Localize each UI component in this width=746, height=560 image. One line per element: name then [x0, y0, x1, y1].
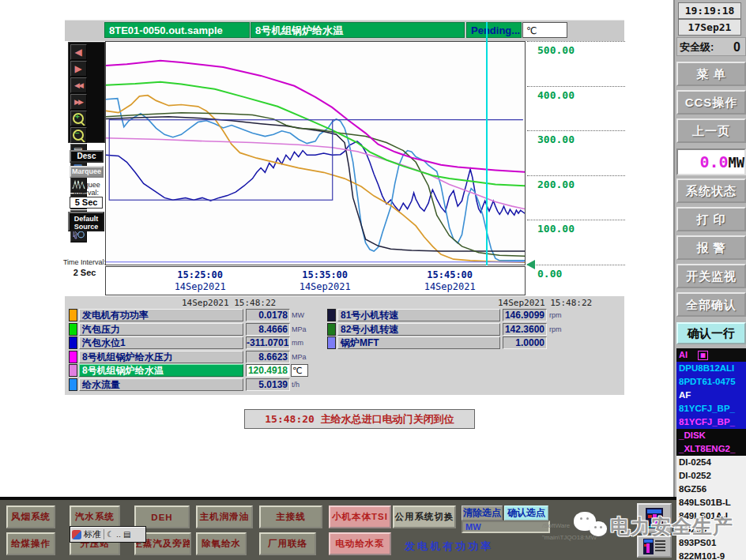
software-path-text: /SoftWare [542, 522, 570, 529]
alarm-item[interactable]: DPU8B12ALI [676, 362, 746, 375]
menu-button[interactable]: 上一页 [676, 118, 746, 143]
pen-color-swatch [69, 309, 77, 321]
alarm-item[interactable]: DI-0254 [676, 456, 746, 469]
menu-button[interactable]: 开关监视 [676, 264, 746, 288]
pen-unit-cell: mm [291, 336, 309, 349]
pen-unit-cell: MPa [291, 351, 309, 363]
ai-label: AI [679, 350, 688, 359]
nav-button[interactable]: 给煤操作 [6, 532, 55, 555]
nav-button[interactable]: 主接线 [259, 506, 322, 528]
alarm-message-box: 15:48:20 主给水总进口电动门关闭到位 [244, 409, 475, 429]
pen-name-cell[interactable]: 汽包水位1 [79, 336, 243, 349]
time-interval-value: 2 Sec [62, 268, 107, 277]
ime-punct-icon[interactable]: ‥ [116, 531, 121, 539]
alarm-items: DPU8B12ALI8PDT61-0475AF81YCFJ_BP_81YCFJ_… [676, 362, 746, 560]
panel-mini-icon[interactable]: ▦ [698, 351, 708, 360]
nav-button[interactable]: 主机润滑油 [196, 506, 253, 528]
alarm-item[interactable]: 81YCFJ_BP_ [676, 402, 746, 415]
point-input-field[interactable]: MW [462, 521, 550, 533]
menu-button[interactable]: 系统状态 [676, 179, 746, 203]
alarm-item[interactable]: 8GZ58 [676, 523, 746, 536]
menu-button[interactable]: CCS操作 [676, 90, 746, 115]
unit-load-display: 0.0MW [676, 148, 746, 175]
selection-box[interactable] [109, 120, 332, 201]
zoom-out-icon[interactable]: − [70, 127, 87, 143]
grid-dotline [527, 41, 625, 42]
marquee-interval-value[interactable]: 5 Sec [70, 197, 103, 209]
pen-name-cell[interactable]: 82号小机转速 [337, 323, 500, 336]
alarm-point-list: AI ▦ DPU8B12ALI8PDT61-0475AF81YCFJ_BP_81… [676, 348, 746, 560]
main-path-text: "main\TJQO18:MW" [542, 534, 599, 541]
desc-button[interactable]: Desc [70, 150, 104, 163]
y-tick-label: 300.00 [537, 133, 575, 145]
trend-display-button[interactable] [637, 503, 672, 533]
nav-button[interactable]: 电动给水泵 [329, 532, 391, 555]
zoom-in-icon[interactable]: + [70, 111, 87, 126]
pen-unit-cell: t/h [291, 378, 309, 391]
footer-timestamp-right: 14Sep2021 15:48:22 [498, 298, 592, 308]
alarm-item[interactable]: _XLT8ENG2_ [676, 442, 746, 456]
menu-button[interactable]: 打 印 [676, 207, 746, 231]
fast-forward-icon[interactable]: ▶▶ [70, 94, 87, 110]
alarm-item[interactable]: _DISK [676, 429, 746, 442]
alarm-item[interactable]: 849LS01A-L [676, 509, 746, 523]
pen-name-cell[interactable]: 汽包压力 [79, 323, 243, 336]
pen-unit-cell [548, 336, 567, 349]
ime-toolbar[interactable]: 标准 ☾ ‥ ▤ [70, 526, 146, 543]
nav-button[interactable]: 小机本体TSI [329, 506, 391, 528]
menu-button[interactable]: 菜 单 [676, 62, 746, 86]
pen-name-cell[interactable]: 8号机组锅炉给水温 [79, 364, 243, 377]
pen-name-cell[interactable]: 8号机组锅炉给水压力 [79, 351, 243, 363]
ime-keyboard-icon[interactable]: ▤ [123, 530, 130, 539]
chart-cursor-line[interactable] [486, 22, 488, 265]
pen-name-cell[interactable]: 81号小机转速 [337, 309, 500, 321]
nav-button[interactable]: 风烟系统 [6, 506, 55, 528]
trend-list-button[interactable] [637, 536, 672, 558]
pen-name-cell[interactable]: 给水流量 [79, 378, 243, 391]
fast-back-icon[interactable]: ◀◀ [70, 77, 87, 93]
pen-name-cell[interactable]: 锅炉MFT [337, 336, 500, 349]
alarm-item[interactable]: 849LS01B-L [676, 496, 746, 509]
menu-button[interactable]: 全部确认 [676, 292, 746, 317]
sample-name-field[interactable]: 8TE01-0050.out.sample [104, 22, 250, 38]
ime-mode-label[interactable]: 标准 [84, 528, 101, 540]
pen-unit-cell: MPa [291, 323, 309, 336]
alarm-item[interactable]: DI-0252 [676, 469, 746, 483]
nav-button[interactable]: 除氧给水 [196, 532, 247, 555]
menu-button[interactable]: 报 警 [676, 235, 746, 260]
alarm-item[interactable]: 893PS01 [676, 536, 746, 550]
marquee-interval-label: Marquee Interval: [66, 181, 107, 197]
pen-color-swatch [327, 323, 336, 336]
load-unit: MW [729, 155, 744, 171]
confirm-selection-button[interactable]: 确认选点 [504, 506, 548, 521]
nav-button[interactable]: DEH [134, 506, 190, 528]
alarm-item[interactable]: AF [676, 389, 746, 402]
grid-dotline [527, 265, 625, 265]
clear-selection-button[interactable]: 清除选点 [462, 506, 503, 521]
pen-unit-cell: rpm [548, 323, 567, 336]
alarm-item[interactable]: 8PDT61-0475 [676, 375, 746, 389]
nav-button[interactable]: 厂用联络 [259, 532, 316, 555]
nav-button[interactable]: 汽水系统 [70, 506, 120, 528]
back-icon[interactable]: ◀ [70, 44, 87, 60]
default-source-button[interactable]: Default Source [68, 212, 104, 231]
marquee-button[interactable]: Marquee [70, 166, 104, 178]
ime-globe-icon[interactable] [72, 530, 81, 539]
security-level-value: 0 [733, 38, 745, 57]
trend-chart-area[interactable] [105, 41, 526, 265]
pen-name-cell[interactable]: 发电机有功功率 [79, 309, 243, 321]
alarm-item[interactable]: 8GZ56 [676, 483, 746, 496]
alarm-item[interactable]: 81YCFJ_BP_ [676, 415, 746, 429]
footer-timestamp-left: 14Sep2021 15:48:22 [182, 298, 276, 308]
forward-icon[interactable]: ▶ [70, 61, 87, 77]
nav-button[interactable]: 公用系统切换 [393, 506, 456, 528]
pen-unit-cell: ℃ [291, 364, 308, 377]
trend-toolbar: ◀▶◀◀▶▶+−▤▦⊘ [68, 42, 105, 143]
trend-title-field[interactable]: 8号机组锅炉给水温 [251, 22, 465, 38]
ime-moon-icon[interactable]: ☾ [107, 530, 114, 539]
curve-发电机有功功率 [106, 96, 525, 263]
pen-unit-cell: MW [291, 309, 309, 321]
clock-time: 19:19:18 [678, 2, 741, 19]
alarm-item[interactable]: 822M101-9 [676, 550, 746, 560]
confirm-one-row-button[interactable]: 确认一行 [676, 322, 746, 344]
